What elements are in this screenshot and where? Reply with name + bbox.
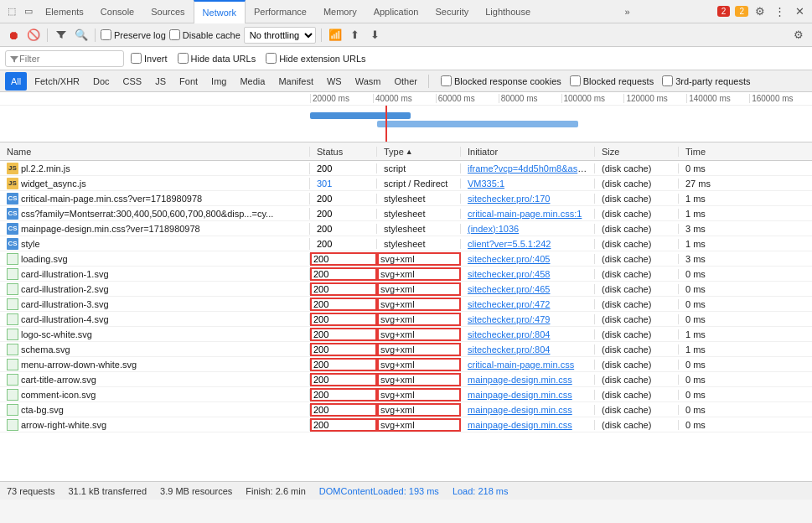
close-devtools-icon[interactable]: ✕ [792,3,809,20]
tab-lighthouse[interactable]: Lighthouse [477,0,539,23]
cell-size: (disk cache) [595,163,679,173]
cell-type: svg+xml [377,418,461,432]
cell-name: card-illustration-4.svg [0,313,310,325]
table-row[interactable]: logo-sc-white.svg 200 svg+xml sitechecke… [0,327,812,342]
invert-checkbox[interactable]: Invert [131,53,168,64]
table-row[interactable]: arrow-right-white.svg 200 svg+xml mainpa… [0,417,812,432]
toolbar-separator-3 [321,28,322,42]
throttle-select[interactable]: No throttling Fast 3G Slow 3G Offline [244,27,316,44]
table-row[interactable]: cta-bg.svg 200 svg+xml mainpage-design.m… [0,402,812,417]
cell-size: (disk cache) [595,420,679,430]
table-row[interactable]: loading.svg 200 svg+xml sitechecker.pro/… [0,251,812,267]
record-stop-button[interactable]: ⏺ [5,27,22,44]
type-filter-other[interactable]: Other [388,72,423,91]
table-row[interactable]: CS style 200 stylesheet client?ver=5.5.1… [0,236,812,251]
type-filter-media[interactable]: Media [234,72,271,91]
css-icon: CS [7,193,18,205]
tab-memory[interactable]: Memory [315,0,365,23]
cell-name: comment-icon.svg [0,389,310,401]
type-filter-js[interactable]: JS [149,72,172,91]
more-tabs-button[interactable]: » [619,0,634,23]
type-filter-css[interactable]: CSS [117,72,148,91]
svg-icon [7,298,18,310]
type-filter-doc[interactable]: Doc [87,72,116,91]
tab-sources[interactable]: Sources [142,0,193,23]
filter-search-icon [9,54,19,64]
table-row[interactable]: card-illustration-3.svg 200 svg+xml site… [0,297,812,312]
table-row[interactable]: JS pl.2.2.min.js 200 script iframe?vcp=4… [0,161,812,176]
cell-size: (disk cache) [595,405,679,415]
cell-time: 3 ms [679,224,737,234]
table-row[interactable]: comment-icon.svg 200 svg+xml mainpage-de… [0,387,812,402]
hide-data-urls-checkbox[interactable]: Hide data URLs [178,53,256,64]
third-party-checkbox[interactable]: 3rd-party requests [662,75,750,86]
device-icon[interactable]: ▭ [20,3,37,20]
type-filter-font[interactable]: Font [173,72,204,91]
cell-initiator: sitechecker.pro/:465 [461,284,595,294]
cell-initiator: mainpage-design.min.css [461,420,595,430]
svg-icon [7,253,18,265]
inspect-icon[interactable]: ⬚ [3,3,20,20]
cell-size: (disk cache) [595,194,679,204]
cell-status: 200 [310,403,377,417]
more-options-icon[interactable]: ⋮ [772,3,789,20]
blocked-cookies-checkbox[interactable]: Blocked response cookies [441,75,561,86]
settings-gear-icon[interactable]: ⚙ [752,3,768,20]
timeline-graph[interactable] [0,106,812,142]
tab-application[interactable]: Application [365,0,427,23]
table-row[interactable]: CS critical-main-page.min.css?ver=171898… [0,191,812,206]
type-filter-all[interactable]: All [5,72,27,91]
blocked-requests-checkbox[interactable]: Blocked requests [570,75,654,86]
sort-arrow-icon: ▲ [406,148,413,156]
cell-time: 3 ms [679,254,737,264]
wifi-icon[interactable]: 📶 [327,27,344,44]
table-row[interactable]: JS widget_async.js 301 script / Redirect… [0,176,812,191]
table-row[interactable]: schema.svg 200 svg+xml sitechecker.pro/:… [0,342,812,357]
cell-type: svg+xml [377,358,461,371]
filter-bar: Invert Hide data URLs Hide extension URL… [0,47,812,70]
type-filter-wasm[interactable]: Wasm [349,72,387,91]
tab-network[interactable]: Network [194,0,246,23]
table-row[interactable]: card-illustration-4.svg 200 svg+xml site… [0,312,812,327]
hide-extension-urls-checkbox[interactable]: Hide extension URLs [266,53,365,64]
cell-initiator: sitechecker.pro/:405 [461,254,595,264]
table-row[interactable]: cart-title-arrow.svg 200 svg+xml mainpag… [0,372,812,387]
tab-elements[interactable]: Elements [37,0,92,23]
timeline-bar-2 [377,121,578,127]
cell-type: script [377,163,461,173]
tab-security[interactable]: Security [427,0,477,23]
type-filter-ws[interactable]: WS [321,72,348,91]
table-row[interactable]: menu-arrow-down-white.svg 200 svg+xml cr… [0,357,812,372]
svg-icon [7,344,18,355]
search-button[interactable]: 🔍 [73,27,90,44]
type-filter-fetch[interactable]: Fetch/XHR [28,72,85,91]
tab-console[interactable]: Console [92,0,142,23]
table-row[interactable]: card-illustration-2.svg 200 svg+xml site… [0,282,812,297]
table-row[interactable]: CS css?family=Montserrat:300,400,500,600… [0,206,812,221]
export-har-icon[interactable]: ⬇ [367,27,384,44]
type-filter-manifest[interactable]: Manifest [272,72,319,91]
preserve-log-checkbox[interactable]: Preserve log [101,29,166,40]
cell-type: svg+xml [377,298,461,311]
resources-size: 3.9 MB resources [160,486,232,496]
svg-icon [7,419,18,431]
tab-performance[interactable]: Performance [246,0,315,23]
filter-input[interactable] [19,54,120,64]
cell-size: (disk cache) [595,269,679,279]
table-row[interactable]: card-illustration-1.svg 200 svg+xml site… [0,267,812,282]
table-row[interactable]: CS mainpage-design.min.css?ver=171898097… [0,221,812,236]
cell-status: 200 [310,194,377,204]
cell-name: cart-title-arrow.svg [0,374,310,386]
import-har-icon[interactable]: ⬆ [347,27,364,44]
cell-name: cta-bg.svg [0,404,310,416]
cell-type: svg+xml [377,373,461,386]
cell-type: svg+xml [377,313,461,326]
disable-cache-checkbox[interactable]: Disable cache [169,29,240,40]
cell-name: JS pl.2.2.min.js [0,163,310,174]
svg-icon [7,268,18,280]
type-filter-img[interactable]: Img [205,72,232,91]
filter-toggle-button[interactable] [53,27,70,44]
cell-size: (disk cache) [595,224,679,234]
clear-button[interactable]: 🚫 [25,27,42,44]
network-settings-icon[interactable]: ⚙ [790,27,807,44]
